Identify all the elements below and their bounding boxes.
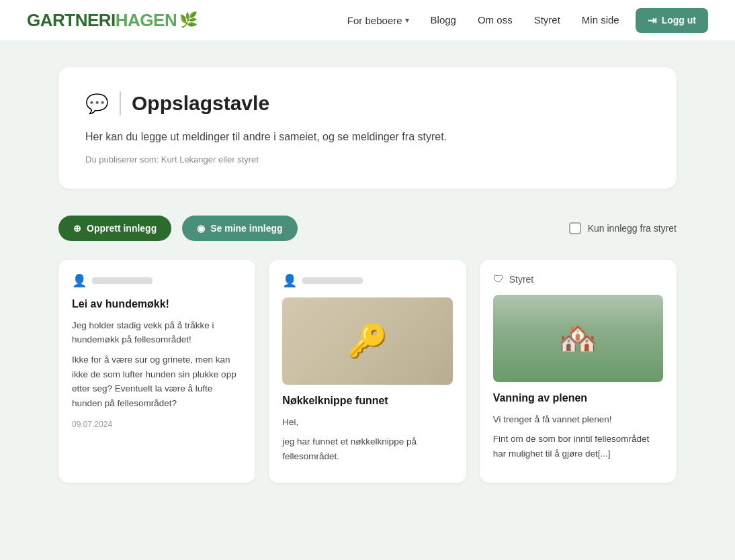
nav-min-side[interactable]: Min side (582, 14, 619, 26)
logo-hagen: HAGEN (116, 10, 177, 31)
posts-grid: 👤 Lei av hundemøkk! Jeg holder stadig ve… (58, 260, 677, 483)
site-logo[interactable]: GARTNERIHAGEN🌿 (27, 10, 198, 31)
post-1-title: Lei av hundemøkk! (72, 297, 242, 312)
post-1-body2: Ikke for å være sur og grinete, men kan … (72, 353, 242, 410)
nav-for-beboere[interactable]: For beboere ▾ (347, 15, 409, 26)
post-author-blurred-2 (302, 277, 363, 284)
nav-styret[interactable]: Styret (534, 14, 560, 26)
styret-link[interactable]: Styret (534, 14, 560, 26)
hero-description: Her kan du legge ut meldinger til andre … (85, 129, 650, 145)
min-side-link[interactable]: Min side (582, 14, 619, 26)
for-beboere-label: For beboere (347, 15, 402, 26)
post-2-body2: jeg har funnet et nøkkelknippe på felles… (282, 434, 452, 463)
filter-label: Kun innlegg fra styret (588, 223, 677, 234)
post-card-1-header: 👤 (72, 273, 242, 288)
hero-card: 💬 Oppslagstavle Her kan du legge ut meld… (58, 67, 677, 189)
publisher-info: Du publiserer som: Kurt Lekanger eller s… (85, 154, 650, 165)
header-divider (120, 91, 121, 115)
my-posts-button[interactable]: ◉ Se mine innlegg (182, 216, 297, 241)
bulletin-board-icon: 💬 (85, 93, 109, 115)
chevron-down-icon: ▾ (405, 15, 409, 25)
nav-links: For beboere ▾ Blogg Om oss Styret Min si… (347, 14, 619, 26)
navbar: GARTNERIHAGEN🌿 For beboere ▾ Blogg Om os… (0, 0, 735, 40)
post-card-3-header: 🛡 Styret (493, 273, 663, 285)
user-avatar-icon: 👤 (72, 273, 87, 288)
shield-icon: 🛡 (493, 273, 504, 285)
post-3-image (493, 295, 663, 382)
plus-circle-icon: ⊕ (73, 223, 81, 234)
om-oss-link[interactable]: Om oss (478, 14, 513, 26)
post-1-date: 09.07.2024 (72, 420, 242, 429)
post-card-1[interactable]: 👤 Lei av hundemøkk! Jeg holder stadig ve… (58, 260, 255, 483)
logo-leaf-icon: 🌿 (179, 11, 198, 29)
logout-icon: ⇥ (648, 14, 656, 27)
post-card-2[interactable]: 👤 Nøkkelknippe funnet Hei, jeg har funne… (269, 260, 466, 483)
post-3-body2: Fint om de som bor inntil fellesområdet … (493, 432, 663, 461)
logo-gartneri: GARTNERI (27, 10, 116, 31)
post-3-body1: Vi trenger å få vannet plenen! (493, 412, 663, 427)
logout-label: Logg ut (662, 15, 696, 26)
post-author-blurred (92, 277, 153, 284)
create-post-button[interactable]: ⊕ Opprett innlegg (58, 216, 171, 241)
styret-filter-checkbox[interactable] (569, 222, 581, 234)
post-card-3[interactable]: 🛡 Styret Vanning av plenen Vi trenger å … (480, 260, 677, 483)
action-row: ⊕ Opprett innlegg ◉ Se mine innlegg Kun … (58, 216, 677, 241)
create-post-label: Opprett innlegg (87, 223, 157, 234)
user-avatar-icon-2: 👤 (282, 273, 297, 288)
post-3-title: Vanning av plenen (493, 391, 663, 406)
hero-card-header: 💬 Oppslagstavle (85, 91, 650, 115)
post-2-body1: Hei, (282, 415, 452, 430)
post-card-2-header: 👤 (282, 273, 452, 288)
nav-om-oss[interactable]: Om oss (478, 14, 513, 26)
post-2-title: Nøkkelknippe funnet (282, 394, 452, 408)
nav-blogg[interactable]: Blogg (431, 14, 456, 26)
blogg-link[interactable]: Blogg (431, 14, 456, 26)
filter-row: Kun innlegg fra styret (569, 222, 677, 234)
page-title: Oppslagstavle (132, 92, 269, 115)
user-circle-icon: ◉ (197, 223, 205, 234)
my-posts-label: Se mine innlegg (210, 223, 282, 234)
logout-button[interactable]: ⇥ Logg ut (636, 8, 708, 33)
post-1-body1: Jeg holder stadig vekk på å tråkke i hun… (72, 318, 242, 347)
post-2-image (282, 297, 452, 385)
main-content: 💬 Oppslagstavle Her kan du legge ut meld… (45, 40, 690, 510)
styret-label: Styret (509, 274, 534, 285)
